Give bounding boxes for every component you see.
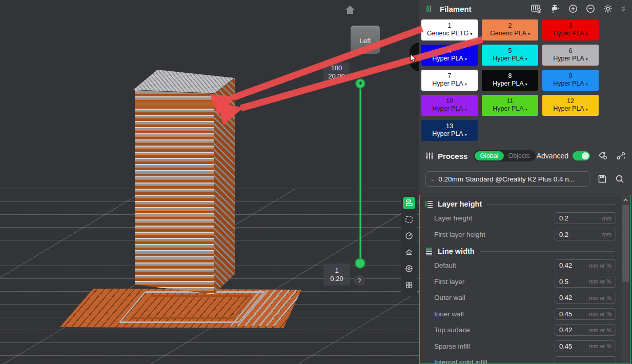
compare-flow-icon — [616, 151, 626, 160]
slot-number: 9 — [569, 72, 573, 80]
filament-slot-5[interactable]: 5 Hyper PLA▾ — [482, 45, 538, 66]
internal-solid-infill-input[interactable] — [555, 356, 616, 364]
scope-global-option[interactable]: Global — [475, 151, 503, 160]
slot-number: 4 — [448, 47, 452, 55]
outer-wall-line-width-input[interactable]: 0.42 mm or % — [555, 292, 616, 304]
tag-gear-icon — [598, 151, 608, 160]
remove-filament-button[interactable] — [586, 4, 595, 13]
filament-slot-2[interactable]: 2 Generic PLA▾ — [482, 19, 538, 41]
top-surface-line-width-input[interactable]: 0.42 mm or % — [555, 324, 616, 336]
layer-slider-top-handle[interactable]: + — [355, 78, 365, 89]
top-badge-layer: 100 — [331, 64, 342, 72]
setting-row-internal-solid-infill: Internal solid infill — [420, 354, 630, 364]
default-line-width-input[interactable]: 0.42 mm or % — [555, 259, 616, 271]
save-preset-button[interactable] — [598, 174, 607, 184]
inner-wall-line-width-input[interactable]: 0.45 mm or % — [555, 308, 616, 320]
filament-collapse-button[interactable] — [621, 6, 626, 12]
tab-strength[interactable] — [403, 213, 415, 226]
process-tab-toolbar — [401, 195, 417, 296]
filament-slot-8[interactable]: 8 Hyper PLA▾ — [482, 70, 538, 91]
preset-dropdown[interactable]: ⌄ 0.20mm Standard @Creality K2 Plus 0.4 … — [425, 171, 589, 187]
filament-slot-13[interactable]: 13 Hyper PLA▾ — [421, 120, 478, 141]
filament-slot-3[interactable]: 3 Hyper PLA▾ — [542, 19, 599, 41]
filament-slot-10[interactable]: 10 Hyper PLA▾ — [421, 95, 478, 116]
scope-objects-option[interactable]: Objects — [504, 151, 535, 160]
ams-sync-icon — [531, 4, 542, 14]
filament-slot-1[interactable]: 1 Generic PETG▾ — [421, 19, 478, 41]
filament-slot-12[interactable]: 12 Hyper PLA▾ — [542, 95, 599, 116]
slot-material-dropdown[interactable]: Generic PLA▾ — [490, 30, 530, 38]
slot-material-dropdown[interactable]: Hyper PLA▾ — [432, 80, 466, 88]
setting-row-sparse-infill: Sparse infill 0.45 mm or % — [420, 338, 630, 355]
slot-material-dropdown[interactable]: Hyper PLA▾ — [432, 130, 466, 138]
search-settings-button[interactable] — [615, 174, 624, 184]
compare-presets-button[interactable] — [616, 151, 626, 160]
filament-slot-6[interactable]: 6 Hyper PLA▾ — [542, 45, 599, 66]
model-front-face[interactable] — [135, 90, 214, 294]
slot-material-dropdown[interactable]: Hyper PLA▾ — [493, 105, 527, 113]
slider-help-button[interactable]: ? — [354, 275, 365, 286]
layer-slider-track[interactable] — [359, 84, 361, 264]
toggle-knob — [582, 152, 589, 159]
first-layer-line-width-input[interactable]: 0.5 mm or % — [555, 276, 616, 288]
tab-others[interactable] — [403, 279, 415, 291]
add-filament-button[interactable] — [568, 4, 578, 13]
caret-down-icon: ▾ — [465, 82, 467, 87]
setting-row-inner-wall: Inner wall 0.45 mm or % — [420, 306, 630, 322]
tab-cooling[interactable] — [403, 262, 415, 275]
slot-material-dropdown[interactable]: Hyper PLA▾ — [493, 55, 527, 63]
slot-material-dropdown[interactable]: Hyper PLA▾ — [493, 80, 527, 88]
filament-slot-11[interactable]: 11 Hyper PLA▾ — [482, 95, 538, 116]
plate-dashed-icon — [405, 215, 413, 224]
slot-material-dropdown[interactable]: Hyper PLA▾ — [432, 55, 466, 63]
plus-circle-icon — [568, 4, 578, 13]
advanced-toggle[interactable] — [573, 151, 590, 160]
slot-material-dropdown[interactable]: Hyper PLA▾ — [432, 105, 466, 113]
right-panel: Filament — [419, 0, 632, 364]
brim-loop-orange — [131, 295, 254, 319]
first-layer-height-input[interactable]: 0.2 mm — [555, 229, 616, 240]
scrollbar-thumb[interactable] — [622, 205, 629, 282]
filament-settings-button[interactable] — [603, 4, 613, 13]
caret-down-icon: ▾ — [525, 107, 527, 112]
filament-slot-7[interactable]: 7 Hyper PLA▾ — [421, 70, 478, 91]
view-cube-label: Left — [359, 37, 371, 45]
setting-row-first-layer-height: First layer height 0.2 mm — [420, 227, 630, 243]
layer-height-input[interactable]: 0.2 mm — [555, 212, 616, 224]
slot-material-dropdown[interactable]: Hyper PLA▾ — [553, 105, 587, 113]
section-rule — [487, 204, 615, 205]
layer-slider-bottom-handle[interactable] — [355, 258, 365, 269]
caret-down-icon: ▾ — [470, 32, 472, 36]
slot-number: 11 — [507, 97, 514, 105]
slicer-app: + 100 20.00 1 0.20 ? Left — [0, 0, 632, 364]
slot-number: 13 — [446, 123, 453, 130]
preset-row: ⌄ 0.20mm Standard @Creality K2 Plus 0.4 … — [419, 171, 632, 187]
scroll-up-arrow[interactable] — [622, 196, 629, 204]
view-cube[interactable]: Left — [351, 26, 380, 54]
caret-down-icon: ▾ — [586, 32, 588, 36]
setting-row-top-surface: Top surface 0.42 mm or % — [420, 322, 630, 338]
slot-number: 10 — [446, 97, 453, 105]
slot-material-dropdown[interactable]: Generic PETG▾ — [427, 30, 472, 38]
filament-slot-9[interactable]: 9 Hyper PLA▾ — [542, 70, 599, 91]
sparse-infill-line-width-input[interactable]: 0.45 mm or % — [555, 340, 616, 352]
ams-sync-button[interactable] — [531, 4, 542, 14]
parameter-table-button[interactable] — [598, 151, 608, 160]
caret-down-icon: ▾ — [525, 57, 527, 62]
cooling-icon — [405, 265, 413, 273]
tab-quality[interactable] — [403, 197, 415, 209]
home-view-button[interactable] — [343, 3, 357, 16]
caret-down-icon: ▾ — [528, 32, 530, 36]
slot-number: 6 — [569, 47, 573, 55]
settings-scrollbar[interactable] — [622, 196, 629, 363]
tab-support[interactable] — [403, 246, 415, 258]
caret-down-icon: ▾ — [465, 107, 467, 112]
slot-material-dropdown[interactable]: Hyper PLA▾ — [553, 55, 587, 63]
tab-speed[interactable] — [403, 230, 415, 242]
slot-material-dropdown[interactable]: Hyper PLA▾ — [553, 30, 587, 38]
model-side-face — [214, 78, 235, 294]
flush-button[interactable] — [550, 4, 560, 13]
filament-slot-4[interactable]: 4 Hyper PLA▾ — [421, 45, 478, 66]
slot-material-dropdown[interactable]: Hyper PLA▾ — [553, 80, 587, 88]
filament-slot-grid: 1 Generic PETG▾ 2 Generic PLA▾ 3 Hyper P… — [421, 19, 599, 141]
